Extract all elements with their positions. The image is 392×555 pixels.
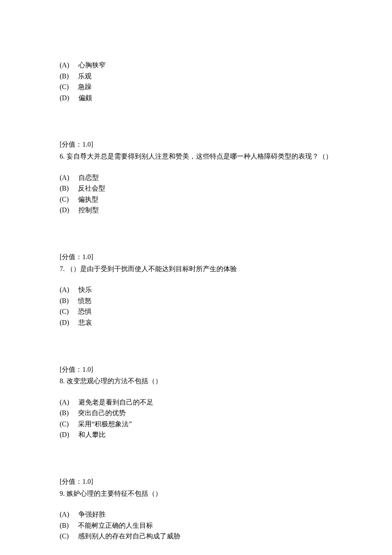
q5-options: (A) 心胸狭窄 (B) 乐观 (C) 急躁 (D) 偏颇	[60, 60, 332, 103]
option-label: (D)	[60, 431, 69, 438]
option-label: (D)	[60, 319, 69, 326]
option-text: 避免老是看到自己的不足	[78, 399, 153, 406]
option-text: 控制型	[78, 206, 99, 214]
option-label: (C)	[60, 532, 69, 540]
q9-option-b: (B) 不能树立正确的人生目标	[60, 520, 332, 531]
option-label: (A)	[60, 286, 69, 293]
q5-option-b: (B) 乐观	[60, 71, 332, 82]
q6-text: 6. 妄自尊大并总是需要得到别人注意和赞美，这些特点是哪一种人格障碍类型的表现？…	[60, 151, 332, 162]
option-text: 恐惧	[78, 308, 92, 315]
option-text: 偏颇	[78, 94, 92, 101]
q9-text: 9. 嫉妒心理的主要特征不包括（）	[60, 488, 332, 499]
question-9: [分值：1.0] 9. 嫉妒心理的主要特征不包括（） (A) 争强好胜 (B) …	[60, 476, 332, 542]
q9-option-c: (C) 感到别人的存在对自己构成了威胁	[60, 531, 332, 542]
q5-option-a: (A) 心胸狭窄	[60, 60, 332, 71]
q8-score: [分值：1.0]	[60, 364, 332, 375]
q7-option-b: (B) 愤怒	[60, 295, 332, 306]
option-text: 突出自己的优势	[78, 409, 126, 416]
q7-options: (A) 快乐 (B) 愤怒 (C) 恐惧 (D) 悲哀	[60, 284, 332, 328]
option-text: 感到别人的存在对自己构成了威胁	[78, 532, 180, 540]
option-label: (D)	[60, 206, 69, 214]
option-text: 偏执型	[78, 196, 98, 203]
option-label: (C)	[60, 420, 69, 428]
option-text: 争强好胜	[78, 511, 106, 518]
option-label: (A)	[60, 174, 69, 181]
option-text: 自恋型	[78, 174, 99, 181]
option-label: (C)	[60, 83, 69, 90]
question-8: [分值：1.0] 8. 改变悲观心理的方法不包括（） (A) 避免老是看到自己的…	[60, 364, 332, 441]
option-label: (D)	[60, 94, 69, 101]
option-text: 快乐	[78, 286, 92, 293]
q6-options: (A) 自恋型 (B) 反社会型 (C) 偏执型 (D) 控制型	[60, 172, 332, 216]
option-text: 和人攀比	[78, 431, 106, 438]
question-7: [分值：1.0] 7. （）是由于受到干扰而使人不能达到目标时所产生的体验 (A…	[60, 251, 332, 328]
option-label: (C)	[60, 308, 69, 315]
q8-option-a: (A) 避免老是看到自己的不足	[60, 397, 332, 408]
q8-options: (A) 避免老是看到自己的不足 (B) 突出自己的优势 (C) 采用“积极想象法…	[60, 397, 332, 440]
option-text: 不能树立正确的人生目标	[78, 522, 153, 529]
option-text: 愤怒	[78, 297, 92, 304]
option-text: 悲哀	[78, 319, 92, 326]
q7-option-a: (A) 快乐	[60, 284, 332, 295]
q9-score: [分值：1.0]	[60, 476, 332, 487]
q5-option-d: (D) 偏颇	[60, 92, 332, 104]
q7-option-d: (D) 悲哀	[60, 317, 332, 328]
q7-option-c: (C) 恐惧	[60, 306, 332, 317]
page: (A) 心胸狭窄 (B) 乐观 (C) 急躁 (D) 偏颇 [分值：1.0] 6…	[0, 0, 392, 555]
q6-option-a: (A) 自恋型	[60, 172, 332, 183]
q9-options: (A) 争强好胜 (B) 不能树立正确的人生目标 (C) 感到别人的存在对自己构…	[60, 509, 332, 542]
option-text: 采用“积极想象法”	[78, 420, 132, 428]
q9-option-a: (A) 争强好胜	[60, 509, 332, 520]
q6-option-b: (B) 反社会型	[60, 183, 332, 194]
q8-option-b: (B) 突出自己的优势	[60, 408, 332, 419]
q8-text: 8. 改变悲观心理的方法不包括（）	[60, 376, 332, 387]
option-label: (B)	[60, 297, 69, 304]
q7-text: 7. （）是由于受到干扰而使人不能达到目标时所产生的体验	[60, 263, 332, 275]
option-label: (B)	[60, 72, 69, 80]
option-label: (A)	[60, 511, 69, 518]
q8-option-d: (D) 和人攀比	[60, 429, 332, 440]
q8-option-c: (C) 采用“积极想象法”	[60, 419, 332, 430]
option-label: (B)	[60, 185, 69, 192]
option-label: (B)	[60, 409, 69, 416]
option-label: (A)	[60, 61, 69, 69]
q6-option-d: (D) 控制型	[60, 205, 332, 216]
option-text: 心胸狭窄	[78, 61, 106, 69]
q6-score: [分值：1.0]	[60, 139, 332, 150]
option-text: 乐观	[78, 72, 92, 80]
question-6: [分值：1.0] 6. 妄自尊大并总是需要得到别人注意和赞美，这些特点是哪一种人…	[60, 139, 332, 216]
option-label: (C)	[60, 196, 69, 203]
option-label: (B)	[60, 522, 69, 529]
q7-score: [分值：1.0]	[60, 251, 332, 263]
option-label: (A)	[60, 399, 69, 406]
option-text: 急躁	[78, 83, 92, 90]
q6-option-c: (C) 偏执型	[60, 194, 332, 205]
q5-option-c: (C) 急躁	[60, 81, 332, 92]
option-text: 反社会型	[78, 185, 105, 192]
